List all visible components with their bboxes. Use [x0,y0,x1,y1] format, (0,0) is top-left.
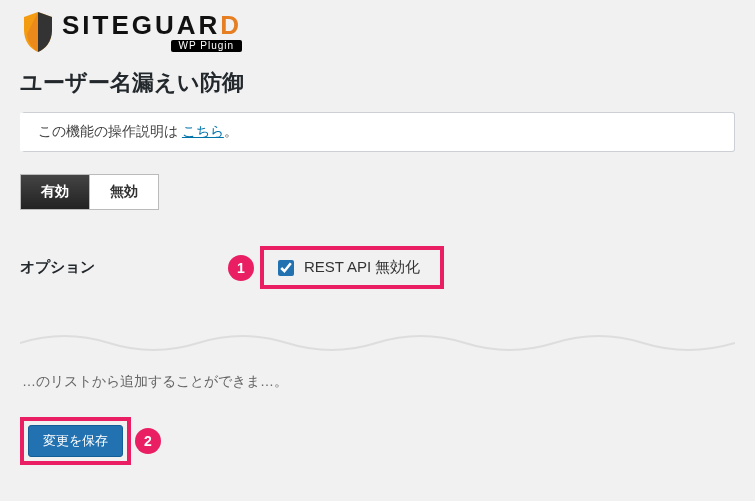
enable-toggle-group: 有効 無効 [20,174,159,210]
shield-icon [20,10,56,54]
rest-api-disable-label: REST API 無効化 [304,258,420,277]
save-button-callout: 変更を保存 2 [20,417,131,465]
truncated-description: …のリストから追加することができま…。 [20,367,735,417]
rest-api-disable-checkbox[interactable] [278,260,294,276]
logo-title: SITEGUARD [62,12,242,38]
page-title: ユーザー名漏えい防御 [20,68,735,98]
toggle-disable-button[interactable]: 無効 [89,175,158,209]
logo-subtitle: WP Plugin [171,40,243,52]
help-link[interactable]: こちら [182,123,224,139]
rest-api-callout: 1 REST API 無効化 [260,246,444,289]
help-text-prefix: この機能の操作説明は [38,123,182,139]
options-section-label: オプション [20,258,220,277]
help-text-suffix: 。 [224,123,238,139]
wavy-separator [20,329,735,357]
callout-badge-1: 1 [228,255,254,281]
help-notice: この機能の操作説明は こちら。 [20,112,735,152]
save-button[interactable]: 変更を保存 [28,425,123,457]
callout-badge-2: 2 [135,428,161,454]
toggle-enable-button[interactable]: 有効 [21,175,89,209]
plugin-logo: SITEGUARD WP Plugin [20,10,735,54]
